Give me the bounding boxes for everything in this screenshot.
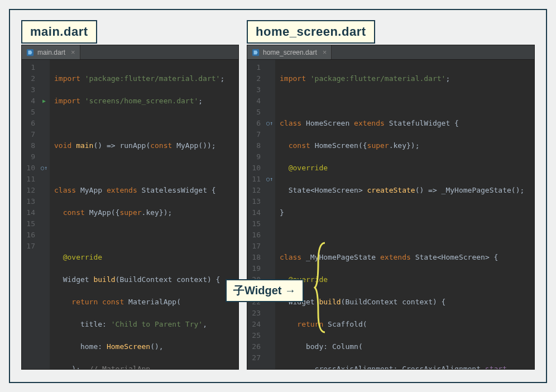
line-number: 1 (251, 62, 261, 73)
t: State<HomeScreen> (280, 186, 367, 194)
t: MyApp (176, 141, 198, 150)
line-number: 3 (25, 84, 35, 95)
line-number: 17 (251, 241, 261, 252)
right-code[interactable]: import 'package:flutter/material.dart'; … (275, 60, 529, 369)
line-number: 16 (251, 230, 261, 241)
close-icon[interactable]: × (323, 48, 327, 56)
right-gutter: 1 2 3 4 5 6 7 8 9 10 11 12 13 14 (247, 60, 264, 369)
t: MyApp (89, 208, 111, 217)
t: () => (93, 141, 119, 150)
line-number: 17 (25, 241, 35, 252)
t: build (93, 275, 115, 284)
t: ()); (198, 141, 215, 150)
t: Widget (54, 275, 93, 284)
right-code-area[interactable]: 1 2 3 4 5 6 7 8 9 10 11 12 13 14 (247, 60, 534, 369)
dart-file-icon (26, 49, 34, 56)
t: () => _MyHomePageState(); (415, 186, 525, 194)
right-file-title: home_screen.dart (247, 20, 375, 44)
line-number: 19 (251, 263, 261, 274)
t: body: (280, 342, 332, 351)
t: ({ (111, 208, 120, 217)
line-number: 23 (251, 308, 261, 319)
t: MaterialApp (128, 298, 176, 306)
line-number: 5 (25, 107, 35, 118)
child-widget-callout: 子Widget → (226, 279, 304, 302)
line-number: 24 (251, 319, 261, 330)
line-number: 8 (25, 140, 35, 151)
left-tab-label: main.dart (37, 49, 65, 56)
t: super (119, 208, 141, 217)
line-number: 4 (25, 95, 35, 107)
line-number: 12 (251, 185, 261, 196)
t: return const (54, 298, 128, 306)
t: ( (176, 298, 181, 306)
override-gutter-icon[interactable]: ○↑ (39, 162, 50, 174)
t: , (507, 365, 511, 369)
t: class (280, 253, 306, 261)
right-editor: home_screen.dart × 1 2 3 4 5 6 7 8 9 (247, 45, 535, 370)
t: ; (220, 74, 224, 83)
line-number: 15 (25, 218, 35, 230)
line-number: 9 (25, 151, 35, 162)
t: ; (445, 74, 450, 83)
line-number: 13 (251, 196, 261, 207)
left-code-area[interactable]: 1 2 3 4 5 6 7 8 9 10 11 12 13 14 (22, 60, 238, 369)
t: void (54, 141, 76, 150)
t: import (54, 74, 85, 83)
left-gutter-marks: ▶ ○↑ (39, 60, 50, 369)
left-tab[interactable]: main.dart × (22, 45, 80, 59)
line-number: 11 (251, 174, 261, 185)
t: start (485, 365, 507, 369)
right-column: home_screen.dart home_screen.dart × 1 2 (247, 20, 535, 370)
t: 'Child to Parent Try' (111, 320, 203, 328)
line-number: 1 (25, 62, 35, 73)
line-number: 12 (25, 185, 35, 196)
right-tab[interactable]: home_screen.dart × (247, 45, 332, 59)
line-number: 26 (251, 341, 261, 352)
t: home: (54, 342, 107, 351)
line-number: 10 (251, 162, 261, 174)
t: 'package:flutter/material.dart' (310, 74, 446, 83)
t: const (150, 141, 176, 150)
dart-file-icon (252, 49, 260, 56)
t: StatelessWidget { (142, 186, 216, 194)
close-icon[interactable]: × (71, 48, 75, 56)
right-tabbar: home_screen.dart × (247, 45, 534, 60)
t: StatefulWidget { (389, 119, 459, 127)
line-number: 7 (25, 129, 35, 140)
t: super (367, 141, 389, 150)
t: crossAxisAlignment: CrossAxisAlignment. (280, 365, 485, 369)
t: HomeScreen (107, 342, 150, 351)
t: ( (358, 342, 363, 351)
t: } (280, 208, 284, 217)
left-tabbar: main.dart × (22, 45, 238, 60)
t: 'screens/home_screen.dart' (85, 97, 199, 105)
t: extends (380, 253, 415, 261)
line-number: 5 (251, 107, 261, 118)
line-number: 9 (251, 151, 261, 162)
override-gutter-icon[interactable]: ○↑ (264, 118, 275, 129)
t: HomeScreen (306, 119, 354, 127)
panes: main.dart main.dart × 1 2 3 (21, 20, 535, 370)
t: ({ (358, 141, 367, 150)
line-number: 25 (251, 330, 261, 341)
t: (BuildContext context) { (116, 275, 221, 284)
left-code[interactable]: import 'package:flutter/material.dart'; … (50, 60, 229, 369)
line-number: 15 (251, 218, 261, 230)
t: title: (54, 320, 111, 328)
t: .key}); (389, 141, 420, 150)
run-gutter-icon[interactable]: ▶ (39, 95, 50, 107)
left-gutter: 1 2 3 4 5 6 7 8 9 10 11 12 13 14 (22, 60, 39, 369)
t: extends (354, 119, 389, 127)
diagram-frame: main.dart main.dart × 1 2 3 (9, 9, 547, 383)
line-number: 6 (25, 118, 35, 129)
line-number: 11 (25, 174, 35, 185)
t: MyApp (80, 186, 107, 194)
t: (), (150, 342, 163, 351)
line-number: 3 (251, 84, 261, 95)
t: .key}); (142, 208, 172, 217)
override-gutter-icon[interactable]: ○↑ (264, 174, 275, 185)
t: Scaffold (328, 320, 363, 328)
t: State<HomeScreen> { (415, 253, 499, 261)
t: const (54, 208, 89, 217)
